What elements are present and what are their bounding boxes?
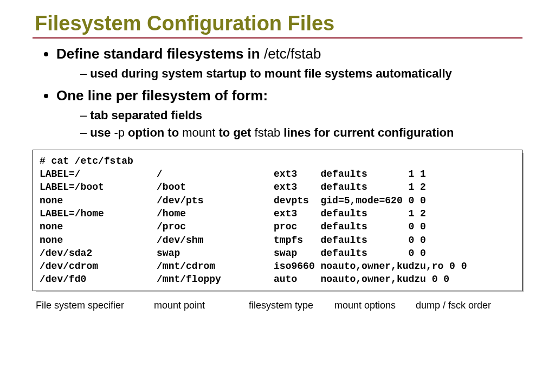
bullet-list: Define standard filesystems in /etc/fsta… [33, 45, 522, 141]
bullet-2-sub: tab separated fields use -p option to mo… [56, 108, 522, 141]
caption-type: filesystem type [249, 300, 334, 311]
bullet-2-sub-1: tab separated fields [80, 108, 522, 124]
column-captions: File system specifier mount point filesy… [33, 300, 522, 311]
caption-opts: mount options [334, 300, 416, 311]
bullet-2-sub-2: use -p option to mount to get fstab line… [80, 125, 522, 141]
caption-dump: dump / fsck order [416, 300, 491, 311]
title-rule [33, 37, 522, 38]
slide-title: Filesystem Configuration Files [33, 12, 522, 35]
bullet-2-text: One line per filesystem of form: [56, 87, 268, 104]
code-box: # cat /etc/fstab LABEL=/ / ext3 defaults… [33, 150, 522, 291]
bullet-1-plain: /etc/fstab [264, 46, 321, 62]
caption-fs: File system specifier [36, 300, 154, 311]
bullet-1-sub-1: used during system startup to mount file… [80, 66, 522, 82]
bullet-1-sub: used during system startup to mount file… [56, 66, 522, 82]
bullet-2: One line per filesystem of form: tab sep… [56, 87, 522, 141]
bullet-1: Define standard filesystems in /etc/fsta… [56, 45, 522, 81]
bullet-1-bold: Define standard filesystems in [56, 46, 264, 62]
slide: Filesystem Configuration Files Define st… [0, 0, 555, 327]
fstab-output: # cat /etc/fstab LABEL=/ / ext3 defaults… [33, 150, 522, 291]
caption-mp: mount point [154, 300, 249, 311]
